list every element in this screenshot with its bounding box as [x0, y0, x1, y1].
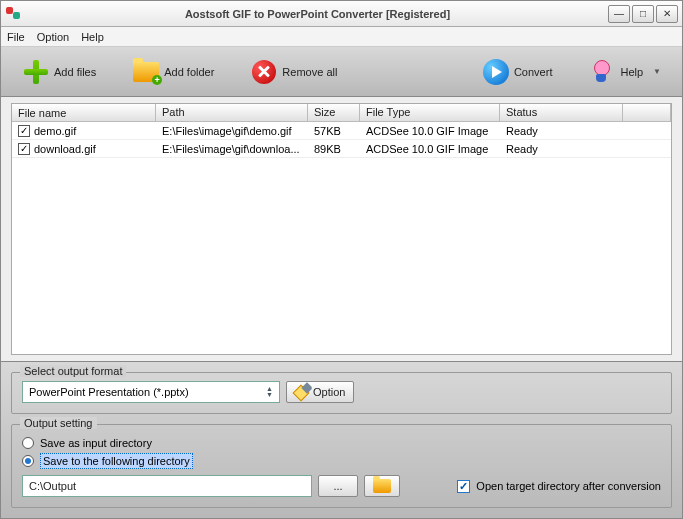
col-status[interactable]: Status	[500, 104, 623, 121]
window-title: Aostsoft GIF to PowerPoint Converter [Re…	[27, 8, 608, 20]
add-files-button[interactable]: Add files	[13, 53, 105, 91]
output-setting-legend: Output setting	[20, 417, 97, 429]
add-folder-button[interactable]: + Add folder	[123, 53, 223, 91]
output-format-legend: Select output format	[20, 365, 126, 377]
table-row[interactable]: ✓download.gifE:\Files\image\gif\downloa.…	[12, 140, 671, 158]
open-folder-button[interactable]	[364, 475, 400, 497]
maximize-button[interactable]: □	[632, 5, 654, 23]
save-to-following-row[interactable]: Save to the following directory	[22, 453, 661, 469]
col-path[interactable]: Path	[156, 104, 308, 121]
cell-filetype: ACDSee 10.0 GIF Image	[360, 123, 500, 139]
save-as-input-label: Save as input directory	[40, 437, 152, 449]
cell-size: 57KB	[308, 123, 360, 139]
remove-all-button[interactable]: Remove all	[241, 53, 346, 91]
browse-label: ...	[333, 480, 342, 492]
add-files-label: Add files	[54, 66, 96, 78]
row-checkbox[interactable]: ✓	[18, 143, 30, 155]
main-window: Aostsoft GIF to PowerPoint Converter [Re…	[0, 0, 683, 519]
play-icon	[482, 58, 510, 86]
option-button[interactable]: Option	[286, 381, 354, 403]
help-person-icon	[588, 58, 616, 86]
cell-status: Ready	[500, 123, 623, 139]
open-target-row[interactable]: ✓ Open target directory after conversion	[457, 480, 661, 493]
remove-all-label: Remove all	[282, 66, 337, 78]
cell-size: 89KB	[308, 141, 360, 157]
help-label: Help	[620, 66, 643, 78]
option-label: Option	[313, 386, 345, 398]
output-path-value: C:\Output	[29, 480, 76, 492]
bottom-panel: Select output format PowerPoint Presenta…	[1, 361, 682, 518]
output-path-input[interactable]: C:\Output	[22, 475, 312, 497]
add-folder-label: Add folder	[164, 66, 214, 78]
cell-status: Ready	[500, 141, 623, 157]
close-button[interactable]: ✕	[656, 5, 678, 23]
output-format-value: PowerPoint Presentation (*.pptx)	[29, 386, 189, 398]
cell-filename: demo.gif	[34, 125, 76, 137]
output-format-fieldset: Select output format PowerPoint Presenta…	[11, 372, 672, 414]
remove-icon	[250, 58, 278, 86]
save-to-following-label: Save to the following directory	[40, 453, 193, 469]
list-rows: ✓demo.gifE:\Files\image\gif\demo.gif57KB…	[12, 122, 671, 354]
open-target-checkbox[interactable]: ✓	[457, 480, 470, 493]
convert-button[interactable]: Convert	[473, 53, 562, 91]
output-setting-fieldset: Output setting Save as input directory S…	[11, 424, 672, 508]
minimize-button[interactable]: —	[608, 5, 630, 23]
folder-icon	[373, 479, 391, 493]
help-button[interactable]: Help ▼	[579, 53, 670, 91]
save-as-input-radio[interactable]	[22, 437, 34, 449]
titlebar: Aostsoft GIF to PowerPoint Converter [Re…	[1, 1, 682, 27]
plus-icon	[22, 58, 50, 86]
option-icon	[295, 385, 309, 399]
cell-path: E:\Files\image\gif\downloa...	[156, 141, 308, 157]
menubar: File Option Help	[1, 27, 682, 47]
cell-filetype: ACDSee 10.0 GIF Image	[360, 141, 500, 157]
chevron-down-icon: ▼	[653, 67, 661, 76]
folder-add-icon: +	[132, 58, 160, 86]
cell-filename: download.gif	[34, 143, 96, 155]
output-format-select[interactable]: PowerPoint Presentation (*.pptx) ▲▼	[22, 381, 280, 403]
cell-path: E:\Files\image\gif\demo.gif	[156, 123, 308, 139]
app-icon	[5, 6, 21, 22]
file-list: File name Path Size File Type Status ✓de…	[11, 103, 672, 355]
row-checkbox[interactable]: ✓	[18, 125, 30, 137]
menu-file[interactable]: File	[7, 31, 25, 43]
menu-help[interactable]: Help	[81, 31, 104, 43]
save-to-following-radio[interactable]	[22, 455, 34, 467]
col-filename[interactable]: File name	[12, 104, 156, 121]
browse-button[interactable]: ...	[318, 475, 358, 497]
list-header: File name Path Size File Type Status	[12, 104, 671, 122]
col-filetype[interactable]: File Type	[360, 104, 500, 121]
menu-option[interactable]: Option	[37, 31, 69, 43]
spinner-icon: ▲▼	[266, 386, 273, 398]
toolbar: Add files + Add folder Remove all Conver…	[1, 47, 682, 97]
open-target-label: Open target directory after conversion	[476, 480, 661, 492]
convert-label: Convert	[514, 66, 553, 78]
table-row[interactable]: ✓demo.gifE:\Files\image\gif\demo.gif57KB…	[12, 122, 671, 140]
col-size[interactable]: Size	[308, 104, 360, 121]
col-spacer	[623, 104, 671, 121]
save-as-input-row[interactable]: Save as input directory	[22, 437, 661, 449]
